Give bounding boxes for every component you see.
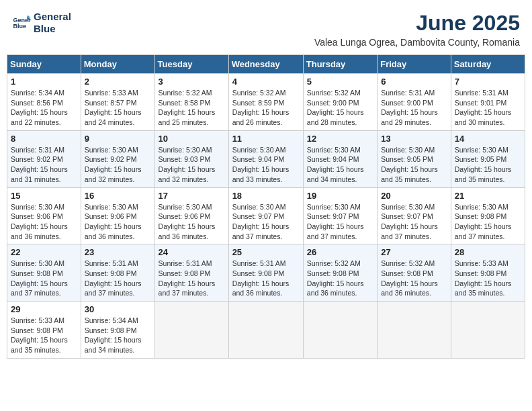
day-number: 13 [381, 134, 447, 144]
day-number: 17 [159, 191, 225, 201]
sunrise-label: Sunrise: 5:30 AM [232, 203, 286, 211]
sunrise-label: Sunrise: 5:31 AM [232, 259, 286, 267]
calendar-cell: 13 Sunrise: 5:30 AM Sunset: 9:05 PM Dayl… [378, 130, 451, 187]
daylight-label: Daylight: 15 hours and 31 minutes. [11, 165, 68, 183]
calendar-cell: 26 Sunrise: 5:32 AM Sunset: 9:08 PM Dayl… [303, 244, 377, 302]
calendar-cell: 8 Sunrise: 5:31 AM Sunset: 9:02 PM Dayli… [7, 130, 81, 187]
sunset-label: Sunset: 9:06 PM [159, 212, 211, 220]
calendar-cell: 12 Sunrise: 5:30 AM Sunset: 9:04 PM Dayl… [303, 130, 377, 187]
daylight-label: Daylight: 15 hours and 25 minutes. [159, 108, 216, 126]
sunset-label: Sunset: 9:08 PM [11, 326, 63, 334]
day-info: Sunrise: 5:30 AM Sunset: 9:04 PM Dayligh… [232, 145, 300, 185]
sunset-label: Sunset: 9:00 PM [381, 99, 433, 107]
daylight-label: Daylight: 15 hours and 24 minutes. [85, 108, 142, 126]
day-number: 21 [455, 191, 521, 201]
calendar-cell: 14 Sunrise: 5:30 AM Sunset: 9:05 PM Dayl… [451, 130, 525, 187]
weekday-header: Friday [378, 55, 451, 74]
day-info: Sunrise: 5:33 AM Sunset: 8:57 PM Dayligh… [85, 88, 151, 128]
day-info: Sunrise: 5:34 AM Sunset: 9:08 PM Dayligh… [85, 316, 151, 355]
sunrise-label: Sunrise: 5:33 AM [11, 316, 64, 324]
day-number: 28 [455, 247, 521, 257]
sunset-label: Sunset: 9:07 PM [307, 212, 359, 220]
weekday-header: Monday [81, 55, 154, 74]
weekday-header: Tuesday [154, 55, 228, 74]
day-info: Sunrise: 5:30 AM Sunset: 9:06 PM Dayligh… [11, 202, 77, 242]
daylight-label: Daylight: 15 hours and 30 minutes. [455, 108, 512, 126]
sunrise-label: Sunrise: 5:30 AM [11, 203, 64, 211]
day-number: 22 [11, 247, 77, 257]
daylight-label: Daylight: 15 hours and 37 minutes. [232, 222, 290, 240]
day-number: 5 [307, 77, 373, 87]
day-number: 14 [455, 134, 521, 144]
day-info: Sunrise: 5:32 AM Sunset: 8:58 PM Dayligh… [159, 88, 225, 128]
day-number: 19 [307, 191, 373, 201]
day-info: Sunrise: 5:34 AM Sunset: 8:56 PM Dayligh… [11, 88, 77, 128]
day-info: Sunrise: 5:30 AM Sunset: 9:05 PM Dayligh… [455, 145, 521, 185]
sunrise-label: Sunrise: 5:30 AM [232, 146, 286, 154]
daylight-label: Daylight: 15 hours and 35 minutes. [455, 165, 512, 183]
day-info: Sunrise: 5:31 AM Sunset: 9:08 PM Dayligh… [232, 259, 300, 298]
day-info: Sunrise: 5:30 AM Sunset: 9:08 PM Dayligh… [11, 259, 77, 298]
calendar-cell: 29 Sunrise: 5:33 AM Sunset: 9:08 PM Dayl… [7, 302, 81, 359]
calendar-cell: 21 Sunrise: 5:30 AM Sunset: 9:08 PM Dayl… [451, 187, 525, 244]
day-number: 2 [85, 77, 151, 87]
sunset-label: Sunset: 8:59 PM [232, 99, 285, 107]
sunset-label: Sunset: 9:07 PM [232, 212, 285, 220]
sunset-label: Sunset: 9:08 PM [85, 269, 137, 277]
sunset-label: Sunset: 9:00 PM [307, 99, 359, 107]
sunset-label: Sunset: 8:58 PM [159, 99, 211, 107]
calendar-cell: 3 Sunrise: 5:32 AM Sunset: 8:58 PM Dayli… [154, 74, 228, 131]
main-title: June 2025 [314, 11, 520, 36]
day-number: 6 [381, 77, 447, 87]
weekday-header: Thursday [303, 55, 377, 74]
sunrise-label: Sunrise: 5:31 AM [11, 146, 64, 154]
calendar-cell: 25 Sunrise: 5:31 AM Sunset: 9:08 PM Dayl… [228, 244, 303, 302]
day-number: 20 [381, 191, 447, 201]
sunset-label: Sunset: 9:08 PM [455, 269, 507, 277]
calendar-cell: 30 Sunrise: 5:34 AM Sunset: 9:08 PM Dayl… [81, 302, 154, 359]
calendar-cell: 18 Sunrise: 5:30 AM Sunset: 9:07 PM Dayl… [228, 187, 303, 244]
sunrise-label: Sunrise: 5:32 AM [381, 259, 435, 267]
sunset-label: Sunset: 9:05 PM [455, 155, 507, 163]
calendar-cell: 16 Sunrise: 5:30 AM Sunset: 9:06 PM Dayl… [81, 187, 154, 244]
sunrise-label: Sunrise: 5:30 AM [307, 203, 361, 211]
svg-text:Blue: Blue [13, 23, 26, 30]
sunset-label: Sunset: 8:57 PM [85, 99, 137, 107]
header: General Blue General Blue June 2025 Vale… [7, 7, 525, 52]
day-number: 16 [85, 191, 151, 201]
subtitle: Valea Lunga Ogrea, Dambovita County, Rom… [314, 37, 520, 48]
day-number: 12 [307, 134, 373, 144]
day-info: Sunrise: 5:31 AM Sunset: 9:08 PM Dayligh… [159, 259, 225, 298]
title-section: June 2025 Valea Lunga Ogrea, Dambovita C… [314, 11, 520, 48]
daylight-label: Daylight: 15 hours and 37 minutes. [307, 222, 364, 240]
day-info: Sunrise: 5:32 AM Sunset: 9:08 PM Dayligh… [381, 259, 447, 298]
calendar-cell [303, 302, 377, 359]
daylight-label: Daylight: 15 hours and 36 minutes. [159, 222, 216, 240]
sunset-label: Sunset: 9:08 PM [232, 269, 285, 277]
calendar-cell: 9 Sunrise: 5:30 AM Sunset: 9:02 PM Dayli… [81, 130, 154, 187]
calendar-cell: 6 Sunrise: 5:31 AM Sunset: 9:00 PM Dayli… [378, 74, 451, 131]
sunrise-label: Sunrise: 5:30 AM [381, 146, 435, 154]
day-info: Sunrise: 5:32 AM Sunset: 8:59 PM Dayligh… [232, 88, 300, 128]
sunset-label: Sunset: 9:08 PM [455, 212, 507, 220]
day-number: 30 [85, 304, 151, 314]
daylight-label: Daylight: 15 hours and 33 minutes. [232, 165, 290, 183]
sunrise-label: Sunrise: 5:33 AM [455, 259, 508, 267]
daylight-label: Daylight: 15 hours and 34 minutes. [85, 336, 142, 354]
calendar-table: SundayMondayTuesdayWednesdayThursdayFrid… [7, 54, 525, 359]
day-info: Sunrise: 5:30 AM Sunset: 9:05 PM Dayligh… [381, 145, 447, 185]
day-number: 10 [159, 134, 225, 144]
calendar-cell: 23 Sunrise: 5:31 AM Sunset: 9:08 PM Dayl… [81, 244, 154, 302]
sunset-label: Sunset: 9:02 PM [85, 155, 137, 163]
weekday-header: Wednesday [228, 55, 303, 74]
sunrise-label: Sunrise: 5:30 AM [85, 203, 138, 211]
sunset-label: Sunset: 9:08 PM [307, 269, 359, 277]
day-number: 26 [307, 247, 373, 257]
day-info: Sunrise: 5:30 AM Sunset: 9:07 PM Dayligh… [232, 202, 300, 242]
calendar-cell: 27 Sunrise: 5:32 AM Sunset: 9:08 PM Dayl… [378, 244, 451, 302]
calendar-cell: 19 Sunrise: 5:30 AM Sunset: 9:07 PM Dayl… [303, 187, 377, 244]
daylight-label: Daylight: 15 hours and 35 minutes. [455, 279, 512, 298]
daylight-label: Daylight: 15 hours and 22 minutes. [11, 108, 68, 126]
day-number: 27 [381, 247, 447, 257]
sunrise-label: Sunrise: 5:31 AM [381, 89, 435, 97]
